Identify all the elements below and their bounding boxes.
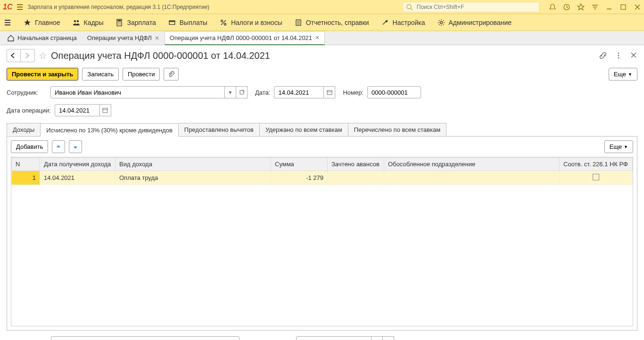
comment-input[interactable] xyxy=(54,337,236,340)
page-header: ☆ Операция учета НДФЛ 0000-000001 от 14.… xyxy=(7,49,637,62)
employee-open[interactable] xyxy=(236,86,248,98)
cell-kind[interactable]: Оплата труда xyxy=(116,171,271,185)
data-grid[interactable]: N Дата получения дохода Вид дохода Сумма… xyxy=(11,157,633,326)
responsible-input[interactable] xyxy=(299,337,368,340)
inner-tabs: Доходы Исчислено по 13% (30%) кроме диви… xyxy=(7,123,637,136)
svg-line-19 xyxy=(221,20,226,25)
chevron-down-icon: ▼ xyxy=(624,145,628,149)
date-label: Дата: xyxy=(255,89,270,96)
back-button[interactable] xyxy=(7,49,21,62)
move-up-button[interactable] xyxy=(52,140,65,153)
cell-dept[interactable] xyxy=(384,171,560,185)
col-date[interactable]: Дата получения дохода xyxy=(40,158,116,171)
svg-point-9 xyxy=(118,22,119,23)
maximize-icon[interactable] xyxy=(619,3,627,11)
filter-icon[interactable] xyxy=(591,3,599,11)
responsible-open[interactable] xyxy=(383,336,394,340)
tab-ops-list[interactable]: Операции учета НДФЛ ✕ xyxy=(82,31,165,45)
cell-date[interactable]: 14.04.2021 xyxy=(40,171,116,185)
menu-admin[interactable]: Администрирование xyxy=(438,19,512,26)
tab-home[interactable]: Начальная страница xyxy=(2,31,82,45)
col-sum[interactable]: Сумма xyxy=(271,158,328,171)
svg-line-1 xyxy=(411,8,413,10)
op-date-label: Дата операции: xyxy=(7,107,51,114)
minimize-icon[interactable] xyxy=(605,3,613,11)
col-n[interactable]: N xyxy=(12,158,40,171)
app-title: Зарплата и управление персоналом, редакц… xyxy=(27,4,209,10)
op-date-calendar[interactable] xyxy=(100,104,111,116)
menu-taxes[interactable]: Налоги и взносы xyxy=(220,19,282,26)
cell-sum[interactable]: -1 279 xyxy=(271,171,328,185)
attach-button[interactable] xyxy=(164,68,179,81)
star-icon[interactable] xyxy=(577,3,585,11)
svg-point-18 xyxy=(224,23,226,25)
col-dept[interactable]: Обособленное подразделение xyxy=(384,158,560,171)
menu-payments[interactable]: Выплаты xyxy=(168,19,207,26)
op-date-input[interactable] xyxy=(58,105,97,116)
checkbox-icon[interactable] xyxy=(593,174,599,180)
inner-tab-deductions[interactable]: Предоставлено вычетов xyxy=(179,123,260,136)
forward-button[interactable] xyxy=(21,49,35,62)
post-button[interactable]: Провести xyxy=(123,68,160,81)
menu-main[interactable]: Главное xyxy=(24,19,60,26)
search-box[interactable] xyxy=(403,2,539,12)
date-field-group xyxy=(274,86,335,98)
op-date-field-group xyxy=(55,104,111,116)
move-down-button[interactable] xyxy=(69,140,82,153)
menu-bar: Главное Кадры Зарплата Выплаты Налоги и … xyxy=(0,14,644,31)
menu-salary[interactable]: Зарплата xyxy=(116,19,156,26)
write-button[interactable]: Записать xyxy=(82,68,119,81)
favorite-toggle[interactable]: ☆ xyxy=(39,50,47,61)
table-row[interactable]: 1 14.04.2021 Оплата труда -1 279 xyxy=(12,171,633,185)
add-button[interactable]: Добавить xyxy=(11,140,48,153)
date-input[interactable] xyxy=(277,87,321,98)
cell-art226[interactable] xyxy=(560,171,633,185)
col-art226[interactable]: Соотв. ст. 226.1 НК РФ xyxy=(560,158,633,171)
more-button[interactable]: Еще▼ xyxy=(609,68,637,81)
cell-advance[interactable] xyxy=(328,171,384,185)
responsible-dropdown[interactable]: ▼ xyxy=(372,336,383,340)
col-kind[interactable]: Вид дохода xyxy=(116,158,271,171)
col-advance[interactable]: Зачтено авансов xyxy=(328,158,384,171)
employee-label: Сотрудник: xyxy=(7,89,47,96)
menu-settings[interactable]: Настройка xyxy=(381,19,425,26)
date-calendar[interactable] xyxy=(324,86,335,98)
command-bar: Провести и закрыть Записать Провести Еще… xyxy=(7,68,637,81)
svg-point-25 xyxy=(618,53,619,54)
link-icon[interactable] xyxy=(599,51,607,60)
employee-input[interactable] xyxy=(54,87,222,98)
employee-dropdown[interactable]: ▼ xyxy=(225,86,236,98)
tab-op-current[interactable]: Операция учета НДФЛ 0000-000001 от 14.04… xyxy=(165,31,325,45)
page-title: Операция учета НДФЛ 0000-000001 от 14.04… xyxy=(51,50,270,61)
tab-label: Операции учета НДФЛ xyxy=(87,34,152,41)
sections-icon[interactable] xyxy=(4,19,11,26)
inner-tab-calc13[interactable]: Исчислено по 13% (30%) кроме дивидендов xyxy=(41,123,179,137)
percent-icon xyxy=(220,19,227,26)
logo-1c: 1C xyxy=(3,3,12,11)
more-label: Еще xyxy=(610,143,622,150)
number-input[interactable] xyxy=(371,87,418,98)
inner-tab-withheld[interactable]: Удержано по всем ставкам xyxy=(260,123,348,136)
bell-icon[interactable] xyxy=(549,3,556,11)
history-icon[interactable] xyxy=(563,3,570,11)
menu-label: Администрирование xyxy=(449,19,512,26)
menu-icon[interactable] xyxy=(16,3,24,11)
close-icon[interactable]: ✕ xyxy=(155,35,159,41)
menu-reports[interactable]: Отчетность, справки xyxy=(295,19,369,26)
close-icon[interactable] xyxy=(630,51,637,60)
table-more-button[interactable]: Еще▼ xyxy=(604,140,633,153)
inner-tab-transferred[interactable]: Перечислено по всем ставкам xyxy=(348,123,446,136)
close-icon[interactable]: ✕ xyxy=(315,34,320,41)
menu-label: Главное xyxy=(35,19,60,26)
table-toolbar: Добавить Еще▼ xyxy=(11,140,633,153)
title-bar-icons xyxy=(549,3,641,11)
search-input[interactable] xyxy=(416,3,536,11)
svg-point-13 xyxy=(119,24,120,24)
svg-point-12 xyxy=(118,24,119,24)
menu-staff[interactable]: Кадры xyxy=(73,19,104,26)
close-icon[interactable] xyxy=(634,3,641,11)
kebab-icon[interactable] xyxy=(615,51,622,60)
post-close-button[interactable]: Провести и закрыть xyxy=(7,68,78,81)
cell-n[interactable]: 1 xyxy=(12,171,40,185)
inner-tab-income[interactable]: Доходы xyxy=(7,123,41,136)
